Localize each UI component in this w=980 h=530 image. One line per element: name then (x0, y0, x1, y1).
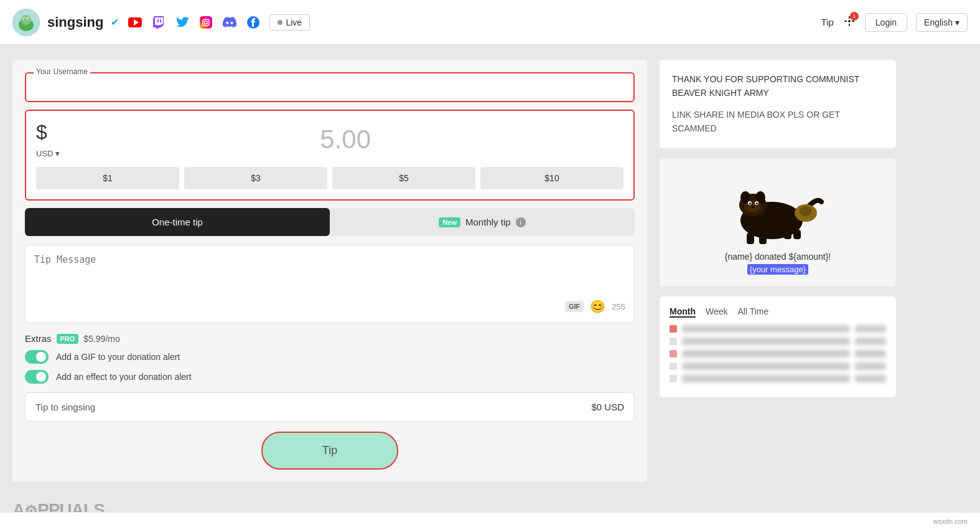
info-icon[interactable]: i (516, 217, 526, 227)
preset-5-button[interactable]: $5 (332, 167, 475, 189)
announcement-line2: LINK SHARE IN MEDIA BOX PLS OR GET SCAMM… (672, 108, 884, 136)
svg-rect-9 (157, 19, 159, 22)
svg-point-5 (24, 18, 26, 19)
lb-name-2 (682, 338, 850, 345)
avatar (12, 9, 40, 36)
emoji-button[interactable]: 😊 (590, 299, 605, 314)
dollar-block: $ USD ▾ (36, 121, 60, 158)
extras-section: Extras PRO $5.99/mo Add a GIF to your do… (25, 333, 635, 384)
announcement-box: THANK YOU FOR SUPPORTING COMMUNIST BEAVE… (660, 60, 896, 148)
gif-toggle[interactable] (25, 350, 49, 364)
svg-point-38 (800, 206, 812, 216)
username-input[interactable] (26, 73, 633, 101)
rank-dot-3 (670, 350, 677, 357)
leaderboard-row-1 (670, 325, 886, 333)
header: singsing ✔ (0, 0, 980, 45)
leaderboard-month-tab[interactable]: Month (670, 306, 696, 318)
facebook-icon[interactable] (245, 14, 262, 31)
donation-message-wrap: {your message} (725, 264, 831, 274)
instagram-icon[interactable] (197, 14, 215, 31)
svg-rect-34 (759, 233, 767, 244)
tip-to-label: Tip to singsing (35, 402, 95, 412)
language-dropdown-icon: ▾ (955, 17, 959, 27)
leaderboard-row-2 (670, 338, 886, 345)
rank-dot-5 (670, 375, 677, 382)
leaderboard: Month Week All Time (660, 296, 896, 397)
tip-form: Your Username $ USD ▾ 5.00 $1 $3 $5 $10 (12, 60, 647, 482)
lb-amount-3 (855, 350, 886, 357)
gif-button[interactable]: GIF (565, 301, 584, 312)
one-time-tip-tab[interactable]: One-time tip (25, 208, 330, 236)
language-label: English (924, 17, 953, 27)
donation-template-text: {name} donated ${amount}! (725, 252, 831, 262)
donation-message-text: {your message} (747, 264, 808, 275)
effect-toggle[interactable] (25, 370, 49, 384)
dollar-sign: $ (36, 121, 60, 144)
right-panel: THANK YOU FOR SUPPORTING COMMUNIST BEAVE… (660, 60, 896, 482)
preset-1-button[interactable]: $1 (36, 167, 179, 189)
twitter-icon[interactable] (174, 14, 191, 31)
lb-amount-5 (855, 375, 886, 382)
rank-dot-4 (670, 362, 677, 370)
amount-top: $ USD ▾ 5.00 (36, 121, 623, 158)
live-label: Live (286, 17, 302, 27)
svg-rect-36 (793, 230, 801, 239)
effect-label: Add an effect to your donation alert (56, 372, 192, 382)
username-field-wrap: Your Username (25, 72, 635, 102)
extras-header: Extras PRO $5.99/mo (25, 333, 635, 344)
currency-dropdown-icon: ▾ (55, 149, 60, 158)
message-section: GIF 😊 255 (25, 245, 635, 323)
amount-display[interactable]: 5.00 (67, 125, 623, 154)
lb-amount-4 (855, 362, 886, 370)
announcement-line1: THANK YOU FOR SUPPORTING COMMUNIST BEAVE… (672, 72, 884, 100)
monthly-tip-tab[interactable]: New Monthly tip i (330, 208, 635, 236)
tip-type-tabs: One-time tip New Monthly tip i (25, 208, 635, 236)
rank-dot-2 (670, 338, 677, 345)
lb-amount-2 (855, 338, 886, 345)
tip-link[interactable]: Tip (821, 17, 834, 27)
bottom-bar: wsxdn.com (0, 512, 980, 530)
login-button[interactable]: Login (865, 13, 907, 32)
svg-rect-11 (200, 16, 212, 29)
svg-point-2 (21, 15, 31, 25)
preset-10-button[interactable]: $10 (480, 167, 623, 189)
discord-icon[interactable] (221, 14, 238, 31)
social-icons (126, 14, 262, 31)
currency-label: USD (36, 149, 53, 158)
avatar-box: {name} donated ${amount}! {your message} (660, 158, 896, 286)
notification-icon[interactable]: 1 (842, 14, 856, 31)
svg-rect-10 (160, 19, 161, 22)
leaderboard-row-5 (670, 375, 886, 382)
svg-rect-35 (784, 230, 791, 239)
preset-3-button[interactable]: $3 (184, 167, 327, 189)
preset-amounts: $1 $3 $5 $10 (36, 167, 623, 189)
new-badge: New (439, 217, 460, 227)
tip-summary: Tip to singsing $0 USD (25, 392, 635, 422)
svg-point-29 (749, 202, 751, 204)
tip-button[interactable]: Tip (261, 432, 398, 470)
lb-name-1 (682, 325, 850, 333)
message-textarea[interactable] (34, 254, 625, 291)
tip-btn-wrap: Tip (25, 432, 635, 470)
twitch-icon[interactable] (150, 14, 167, 31)
svg-point-14 (208, 19, 210, 20)
usd-selector[interactable]: USD ▾ (36, 149, 60, 158)
monthly-tab-label: Monthly tip (465, 217, 511, 227)
tip-amount: $0 USD (591, 402, 624, 412)
notification-badge: 1 (850, 12, 859, 21)
verified-icon: ✔ (111, 16, 119, 28)
svg-rect-33 (747, 233, 754, 244)
live-button[interactable]: Live (269, 14, 310, 31)
pro-price: $5.99/mo (83, 334, 119, 344)
streamer-name: singsing (47, 14, 103, 31)
extras-label: Extras (25, 333, 52, 344)
extra-gif-row: Add a GIF to your donation alert (25, 350, 635, 364)
lb-amount-1 (855, 325, 886, 333)
language-button[interactable]: English ▾ (916, 13, 968, 32)
leaderboard-alltime-tab[interactable]: All Time (738, 306, 769, 318)
extra-effect-row: Add an effect to your donation alert (25, 370, 635, 384)
leaderboard-week-tab[interactable]: Week (706, 306, 728, 318)
donation-template: {name} donated ${amount}! {your message} (725, 252, 831, 274)
youtube-icon[interactable] (126, 14, 144, 31)
lb-name-5 (682, 375, 850, 382)
